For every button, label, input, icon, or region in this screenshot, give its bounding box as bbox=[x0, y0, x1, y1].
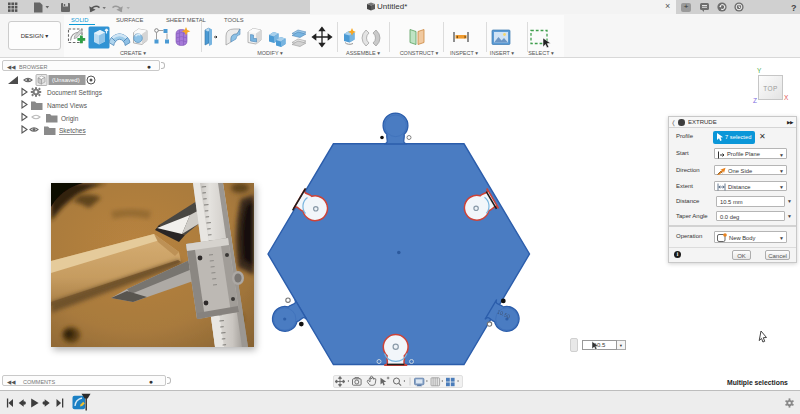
svg-text:Origin: Origin bbox=[61, 115, 79, 123]
svg-text:Named Views: Named Views bbox=[47, 102, 88, 109]
svg-text:(Unsaved): (Unsaved) bbox=[52, 77, 80, 83]
svg-text:Document Settings: Document Settings bbox=[47, 89, 103, 97]
svg-text:Sketches: Sketches bbox=[59, 127, 86, 134]
